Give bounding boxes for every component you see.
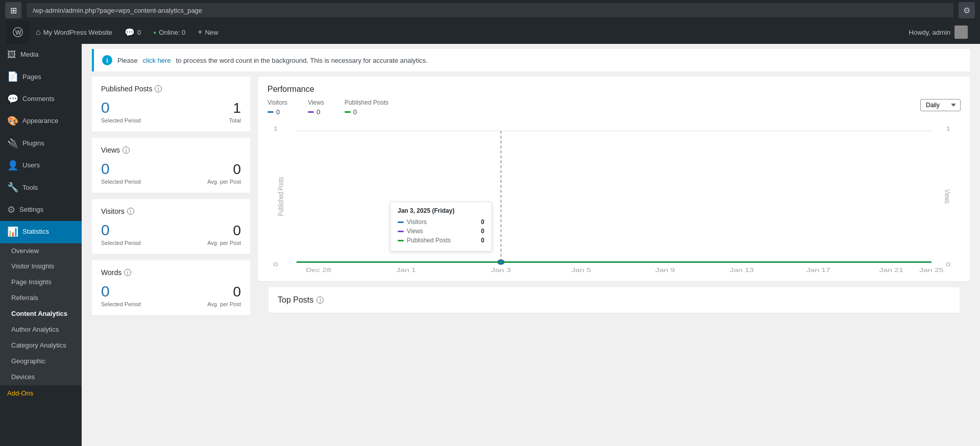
sidebar-item-label: Plugins	[22, 139, 44, 148]
performance-metrics: Visitors 0 Views 0	[267, 99, 388, 116]
sidebar-addons[interactable]: Add-Ons	[0, 385, 82, 401]
sidebar-item-statistics[interactable]: 📊 Statistics	[0, 221, 82, 243]
top-posts-card: Top Posts i	[268, 287, 960, 313]
published-metric-value: 0	[345, 108, 388, 116]
sidebar-item-users[interactable]: 👤 Users	[0, 155, 82, 177]
sidebar-item-label: Media	[20, 51, 38, 59]
new-label: New	[205, 29, 218, 36]
notice-text-before: Please	[117, 57, 138, 64]
sidebar: 🖼 Media 📄 Pages 💬 Comments 🎨 Appearance …	[0, 44, 82, 446]
svg-text:1: 1	[946, 125, 950, 132]
notice-bar: i Please click here to process the word …	[92, 49, 970, 71]
sidebar-sub-page-insights[interactable]: Page Insights	[0, 275, 82, 290]
performance-header: Visitors 0 Views 0	[267, 99, 961, 116]
wp-logo[interactable]: W	[6, 20, 30, 44]
sidebar-submenu-statistics: Overview Visitor Insights Page Insights …	[0, 243, 82, 385]
words-info-icon[interactable]: i	[124, 269, 131, 276]
views-card: Views i 0 Selected Period 0 Avg. per Pos…	[92, 138, 250, 193]
notice-click-here-link[interactable]: click here	[143, 57, 171, 64]
visitors-selected-value: 0	[101, 222, 141, 238]
perf-metric-visitors: Visitors 0	[267, 99, 287, 116]
views-selected: 0 Selected Period	[101, 161, 141, 185]
wp-layout: 🖼 Media 📄 Pages 💬 Comments 🎨 Appearance …	[0, 44, 980, 446]
sidebar-item-appearance[interactable]: 🎨 Appearance	[0, 110, 82, 132]
sidebar-item-label: Appearance	[22, 117, 58, 126]
published-posts-info-icon[interactable]: i	[155, 85, 162, 92]
admin-bar-home[interactable]: ⌂ My WordPress Website	[30, 20, 118, 44]
visitors-info-icon[interactable]: i	[127, 208, 134, 215]
svg-text:Jan 25: Jan 25	[919, 266, 943, 273]
views-values: 0 Selected Period 0 Avg. per Post	[101, 161, 241, 185]
tooltip-published-row: Published Posts 0	[398, 237, 484, 244]
top-posts-info-icon[interactable]: i	[316, 296, 324, 304]
online-label: Online: 0	[159, 29, 185, 36]
admin-bar-new[interactable]: + New	[191, 20, 224, 44]
views-metric-label: Views	[308, 99, 324, 106]
sidebar-sub-geographic[interactable]: Geographic	[0, 354, 82, 369]
sidebar-item-settings[interactable]: ⚙ Settings	[0, 199, 82, 221]
published-posts-total: 1 Total	[229, 101, 241, 123]
views-selected-value: 0	[101, 161, 141, 177]
sidebar-item-plugins[interactable]: 🔌 Plugins	[0, 133, 82, 155]
sidebar-item-pages[interactable]: 📄 Pages	[0, 66, 82, 88]
home-icon: ⌂	[36, 28, 41, 37]
svg-text:Views: Views	[943, 189, 951, 204]
sidebar-sub-author-analytics[interactable]: Author Analytics	[0, 322, 82, 338]
sidebar-sub-overview[interactable]: Overview	[0, 243, 82, 259]
stat-cards-column: Published Posts i 0 Selected Period 1 To…	[92, 77, 250, 323]
svg-text:1: 1	[273, 125, 278, 132]
svg-text:W: W	[15, 29, 21, 36]
perf-metric-published: Published Posts 0	[345, 99, 388, 116]
browser-grid-icon[interactable]: ⊞	[5, 2, 21, 18]
visitors-avg-value: 0	[207, 224, 241, 238]
visitors-dash	[267, 111, 274, 113]
views-avg-value: 0	[207, 162, 241, 177]
sidebar-sub-category-analytics[interactable]: Category Analytics	[0, 338, 82, 354]
comments-icon: 💬	[125, 28, 135, 37]
svg-text:Jan 9: Jan 9	[655, 266, 675, 273]
sidebar-sub-visitor-insights[interactable]: Visitor Insights	[0, 259, 82, 275]
visitors-selected: 0 Selected Period	[101, 222, 141, 246]
sidebar-sub-referrals[interactable]: Referrals	[0, 290, 82, 306]
words-card: Words i 0 Selected Period 0 Avg. per Pos…	[92, 260, 250, 315]
period-select[interactable]: Daily Weekly Monthly	[920, 99, 961, 111]
browser-settings-button[interactable]: ⚙	[959, 2, 975, 18]
views-metric-value: 0	[308, 108, 324, 116]
sidebar-sub-content-analytics[interactable]: Content Analytics	[0, 306, 82, 322]
sidebar-item-label: Users	[22, 161, 40, 170]
views-info-icon[interactable]: i	[122, 146, 130, 154]
tooltip-visitors-row: Visitors 0	[398, 218, 484, 226]
tooltip-visitors-dash	[398, 221, 404, 223]
sidebar-item-media[interactable]: 🖼 Media	[0, 44, 82, 66]
words-avg-value: 0	[207, 285, 241, 299]
performance-card: Performance Visitors 0 Views	[258, 77, 970, 281]
appearance-icon: 🎨	[7, 115, 18, 127]
sidebar-item-tools[interactable]: 🔧 Tools	[0, 177, 82, 199]
published-metric-number: 0	[353, 108, 357, 116]
performance-column: Performance Visitors 0 Views	[258, 77, 970, 323]
views-dash	[308, 111, 314, 113]
admin-bar-online[interactable]: ● Online: 0	[147, 20, 191, 44]
published-dash	[345, 111, 351, 113]
howdy-label: Howdy, admin	[909, 29, 950, 36]
plugins-icon: 🔌	[7, 138, 18, 150]
published-posts-selected-label: Selected Period	[101, 117, 141, 123]
published-metric-label: Published Posts	[345, 99, 388, 106]
browser-url-bar[interactable]: /wp-admin/admin.php?page=wps_content-ana…	[27, 3, 953, 17]
pages-icon: 📄	[7, 71, 18, 83]
tooltip-published-value: 0	[481, 237, 484, 244]
published-posts-values: 0 Selected Period 1 Total	[101, 100, 241, 123]
views-selected-label: Selected Period	[101, 179, 141, 185]
tooltip-date: Jan 3, 2025 (Friday)	[398, 207, 484, 214]
visitors-card: Visitors i 0 Selected Period 0 Avg. per …	[92, 199, 250, 254]
tooltip-views-row: Views 0	[398, 228, 484, 235]
sidebar-item-comments[interactable]: 💬 Comments	[0, 88, 82, 110]
words-avg: 0 Avg. per Post	[207, 285, 241, 307]
visitors-metric-value: 0	[267, 108, 287, 116]
views-title: Views i	[101, 146, 241, 154]
admin-bar-right: Howdy, admin	[909, 26, 974, 39]
sidebar-sub-devices[interactable]: Devices	[0, 369, 82, 385]
avatar[interactable]	[954, 26, 968, 39]
tooltip-views-dash	[398, 231, 404, 232]
admin-bar-comments[interactable]: 💬 0	[118, 20, 147, 44]
